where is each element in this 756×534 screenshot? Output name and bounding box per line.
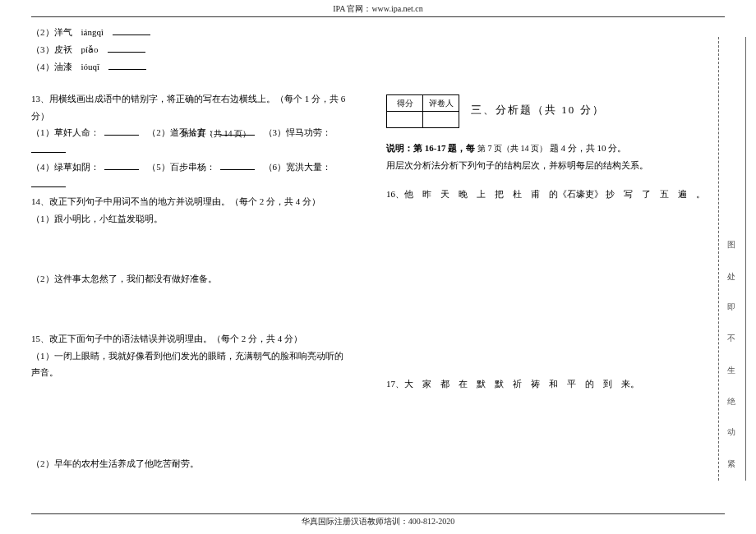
section-desc: 说明：第 16-17 题，每 第 7 页（共 14 页） 题 4 分，共 10 … bbox=[386, 140, 707, 157]
blank[interactable] bbox=[104, 160, 139, 170]
footer: 华真国际注册汉语教师培训：400-812-2020 bbox=[0, 516, 756, 527]
binding-strip: 图 处 即 不 生 绝 动 紧 bbox=[718, 37, 746, 481]
item-12-2: （2）洋气 iángqì bbox=[31, 24, 352, 41]
q15-2: （2）早年的农村生活养成了他吃苦耐劳。 bbox=[31, 455, 352, 472]
q16: 16、他 昨 天 晚 上 把 杜 甫 的《石壕吏》 抄 写 了 五 遍 。 bbox=[386, 186, 707, 203]
q15: 15、改正下面句子中的语法错误并说明理由。（每个 2 分，共 4 分） bbox=[31, 330, 352, 348]
score-col-1: 得分 bbox=[387, 95, 423, 112]
blank[interactable] bbox=[220, 160, 255, 170]
left-page: （2）洋气 iángqì （3）皮袄 píǎo （4）油漆 ióuqī 13、用… bbox=[0, 21, 375, 497]
section-title: 三、分析题（共 10 分） bbox=[471, 100, 605, 121]
blank[interactable] bbox=[31, 143, 66, 153]
item-12-4: （4）油漆 ióuqī bbox=[31, 58, 352, 76]
blank[interactable] bbox=[31, 177, 66, 187]
page-number-right: 第 7 页（共 14 页） bbox=[477, 144, 547, 153]
q14-1: （1）跟小明比，小红益发聪明。 bbox=[31, 210, 352, 228]
score-col-2: 评卷人 bbox=[423, 95, 459, 112]
q13: 13、用横线画出成语中的错别字，将正确的写在右边横线上。（每个 1 分，共 6 … bbox=[31, 90, 352, 125]
right-page: 得分 评卷人 三、分析题（共 10 分） 说明：第 16-17 题，每 第 7 … bbox=[375, 21, 756, 497]
blank[interactable] bbox=[108, 43, 145, 53]
page-number-left: 第 6 页（共 14 页） bbox=[181, 126, 251, 141]
two-up-spread: （2）洋气 iángqì （3）皮袄 píǎo （4）油漆 ióuqī 13、用… bbox=[0, 21, 756, 497]
top-rule bbox=[31, 16, 725, 17]
q14: 14、改正下列句子中用词不当的地方并说明理由。（每个 2 分，共 4 分） bbox=[31, 193, 352, 210]
binding-text: 图 处 即 不 生 绝 动 紧 bbox=[723, 234, 739, 464]
site-header: IPA 官网：www.ipa.net.cn bbox=[0, 0, 756, 16]
blank[interactable] bbox=[113, 25, 150, 35]
q17: 17、大 家 都 在 默 默 祈 祷 和 平 的 到 来。 bbox=[386, 375, 707, 393]
item-12-3: （3）皮袄 píǎo bbox=[31, 41, 352, 58]
q15-1: （1）一闭上眼睛，我就好像看到他们发光的眼睛，充满朝气的脸和响亮动听的声音。 bbox=[31, 348, 352, 382]
bottom-rule bbox=[31, 513, 725, 514]
blank[interactable] bbox=[104, 126, 139, 136]
score-cell[interactable] bbox=[387, 112, 423, 128]
grader-cell[interactable] bbox=[423, 112, 459, 128]
score-table: 得分 评卷人 bbox=[386, 94, 459, 128]
section-header-row: 得分 评卷人 三、分析题（共 10 分） bbox=[386, 88, 707, 133]
section-note: 用层次分析法分析下列句子的结构层次，并标明每层的结构关系。 bbox=[386, 157, 707, 174]
blank[interactable] bbox=[108, 60, 146, 70]
q13-row2: （4）绿草如阴： （5）百步串杨： （6）宽洪大量： bbox=[31, 159, 352, 193]
q14-2: （2）这件事太忽然了，我们都没有做好准备。 bbox=[31, 270, 352, 288]
